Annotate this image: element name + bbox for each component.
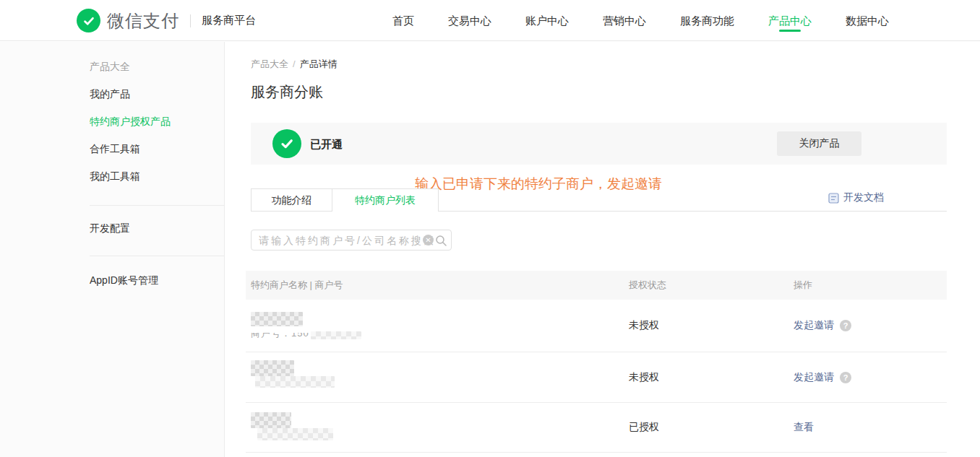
- page-title: 服务商分账: [251, 82, 323, 102]
- document-icon: [828, 193, 839, 204]
- merchant-number-partial: 商户号：150: [251, 331, 361, 339]
- top-nav: 首页 交易中心 账户中心 营销中心 服务商功能 产品中心 数据中心: [392, 0, 889, 41]
- wechat-pay-check-icon: [77, 9, 100, 32]
- dev-docs-label: 开发文档: [843, 191, 884, 204]
- nav-item-data-center[interactable]: 数据中心: [846, 0, 889, 41]
- dev-docs-link[interactable]: 开发文档: [828, 191, 884, 204]
- nav-item-transaction-center[interactable]: 交易中心: [448, 0, 491, 41]
- sidebar-divider: [90, 256, 225, 256]
- wechat-pay-logo[interactable]: 微信支付 服务商平台: [77, 0, 256, 41]
- send-invite-link[interactable]: 发起邀请: [794, 319, 834, 332]
- clear-input-icon[interactable]: ✕: [423, 235, 434, 245]
- censored-merchant-name: [251, 312, 303, 326]
- search-icon[interactable]: [435, 235, 447, 250]
- sidebar-item-dev-config[interactable]: 开发配置: [90, 222, 130, 235]
- column-auth-status: 授权状态: [629, 271, 666, 300]
- nav-item-product-center[interactable]: 产品中心: [768, 0, 812, 41]
- auth-status: 已授权: [629, 421, 659, 434]
- breadcrumb: 产品大全/产品详情: [251, 58, 338, 71]
- column-merchant-name: 特约商户名称 | 商户号: [251, 271, 343, 300]
- sidebar-divider: [90, 205, 225, 206]
- main-content: 产品大全/产品详情 服务商分账 已开通 关闭产品 输入已申请下来的特约子商户，发…: [225, 42, 980, 457]
- top-header: 微信支付 服务商平台 首页 交易中心 账户中心 营销中心 服务商功能 产品中心 …: [0, 0, 980, 41]
- portal-label: 服务商平台: [202, 14, 256, 27]
- nav-item-home[interactable]: 首页: [392, 0, 414, 41]
- breadcrumb-current: 产品详情: [300, 58, 338, 69]
- search-box: ✕: [251, 230, 452, 251]
- status-badge: 已开通: [310, 138, 343, 152]
- nav-item-account-center[interactable]: 账户中心: [525, 0, 569, 41]
- breadcrumb-separator: /: [293, 58, 296, 69]
- success-check-icon: [272, 129, 301, 158]
- row-actions: 发起邀请 ?: [794, 371, 851, 384]
- sidebar-item-submerchant-auth-products[interactable]: 特约商户授权产品: [90, 116, 171, 129]
- status-card: 已开通 关闭产品: [251, 123, 947, 165]
- nav-item-marketing-center[interactable]: 营销中心: [603, 0, 646, 41]
- help-icon[interactable]: ?: [840, 320, 851, 331]
- auth-status: 未授权: [629, 371, 659, 384]
- table-row: 未授权 发起邀请 ?: [246, 352, 947, 403]
- sidebar-item-appid-management[interactable]: AppID账号管理: [90, 274, 158, 287]
- table-row: 商户号：150 未授权 发起邀请 ?: [246, 300, 947, 352]
- censored-merchant-number: [257, 428, 333, 440]
- censored-merchant-name: [251, 360, 294, 376]
- sidebar-item-product-catalog[interactable]: 产品大全: [90, 61, 130, 74]
- help-icon[interactable]: ?: [840, 372, 851, 383]
- column-actions: 操作: [794, 271, 812, 300]
- sidebar: 产品大全 我的产品 特约商户授权产品 合作工具箱 我的工具箱 开发配置 AppI…: [0, 42, 225, 457]
- censored-merchant-number: [255, 376, 335, 388]
- search-input[interactable]: [252, 230, 451, 250]
- row-actions: 发起邀请 ?: [794, 319, 851, 332]
- brand-text: 微信支付: [107, 9, 179, 32]
- tab-submerchant-list[interactable]: 特约商户列表: [332, 188, 439, 212]
- table-row: 已授权 查看: [246, 403, 947, 453]
- send-invite-link[interactable]: 发起邀请: [794, 371, 834, 384]
- close-product-button[interactable]: 关闭产品: [777, 131, 861, 156]
- censored-merchant-name: [251, 412, 291, 428]
- logo-divider: [190, 14, 191, 27]
- table-header: 特约商户名称 | 商户号 授权状态 操作: [246, 271, 947, 300]
- sidebar-item-my-products[interactable]: 我的产品: [90, 88, 130, 101]
- censored-merchant-number: [311, 331, 361, 339]
- tab-feature-intro[interactable]: 功能介绍: [251, 188, 332, 211]
- auth-status: 未授权: [629, 319, 659, 332]
- sidebar-item-my-toolbox[interactable]: 我的工具箱: [90, 170, 140, 183]
- view-link[interactable]: 查看: [794, 421, 814, 434]
- nav-item-provider-functions[interactable]: 服务商功能: [680, 0, 734, 41]
- breadcrumb-parent[interactable]: 产品大全: [251, 58, 288, 69]
- row-actions: 查看: [794, 421, 814, 434]
- sidebar-item-cooperation-toolbox[interactable]: 合作工具箱: [90, 143, 140, 156]
